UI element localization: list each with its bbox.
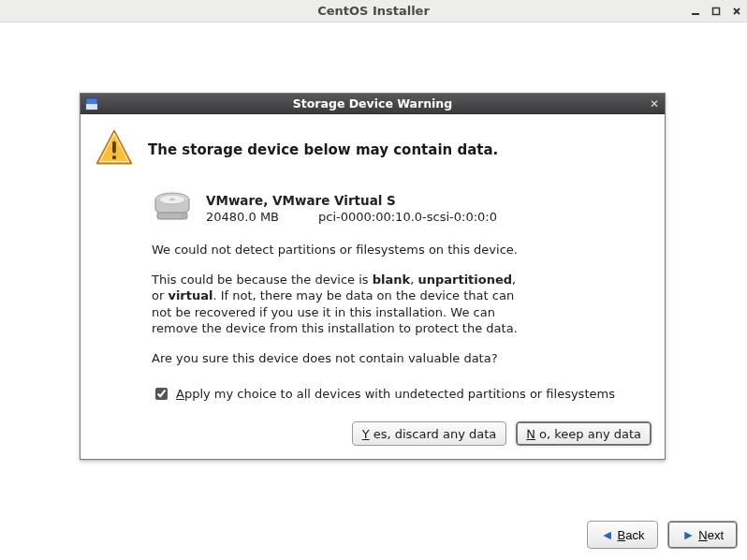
- svg-rect-4: [112, 141, 116, 154]
- next-mnemonic: N: [698, 528, 707, 542]
- warning-heading: The storage device below may contain dat…: [148, 141, 498, 158]
- minimize-button[interactable]: [689, 5, 702, 18]
- apply-all-checkbox[interactable]: [155, 388, 168, 400]
- svg-rect-3: [86, 104, 97, 110]
- para-explain: This could be because the device is blan…: [152, 272, 526, 337]
- window-titlebar: CentOS Installer: [0, 0, 747, 22]
- para-explain-pre: This could be because the device is: [152, 273, 373, 287]
- maximize-button[interactable]: [710, 5, 723, 18]
- back-label: ack: [625, 528, 644, 542]
- discard-mnemonic: Y: [362, 427, 370, 441]
- svg-rect-1: [713, 8, 720, 15]
- window-controls: [689, 0, 743, 22]
- keep-data-button[interactable]: No, keep any data: [516, 421, 652, 446]
- device-subline: 20480.0 MBpci-0000:00:10.0-scsi-0:0:0:0: [206, 209, 497, 226]
- next-label: ext: [708, 528, 724, 542]
- apply-all-label[interactable]: Apply my choice to all devices with unde…: [176, 387, 615, 401]
- window-title: CentOS Installer: [0, 4, 747, 18]
- dialog-titlebar[interactable]: Storage Device Warning ✕: [81, 94, 665, 114]
- arrow-right-icon: ►: [681, 527, 695, 542]
- dialog-app-icon: [85, 97, 98, 111]
- device-size: 20480.0 MB: [206, 210, 279, 224]
- svg-point-5: [112, 155, 116, 159]
- warning-icon: [94, 127, 135, 171]
- keep-mnemonic: N: [526, 427, 535, 441]
- term-unpartitioned: unpartitioned: [417, 273, 512, 287]
- close-button[interactable]: [730, 5, 743, 18]
- apply-all-mnemonic: A: [176, 387, 184, 401]
- warning-row: The storage device below may contain dat…: [94, 127, 652, 171]
- dialog-button-row: Yes, discard any data No, keep any data: [152, 421, 652, 446]
- discard-data-button[interactable]: Yes, discard any data: [352, 421, 507, 446]
- harddisk-icon: [152, 190, 193, 227]
- device-info: VMware, VMware Virtual S 20480.0 MBpci-0…: [206, 192, 497, 226]
- dialog-content: VMware, VMware Virtual S 20480.0 MBpci-0…: [152, 190, 652, 446]
- svg-point-10: [183, 214, 184, 216]
- para-nodetect: We could not detect partitions or filesy…: [152, 242, 526, 258]
- device-path: pci-0000:00:10.0-scsi-0:0:0:0: [318, 210, 497, 224]
- term-blank: blank: [373, 273, 410, 287]
- storage-warning-dialog: Storage Device Warning ✕ The storage dev…: [80, 93, 666, 460]
- apply-all-label-text: pply my choice to all devices with undet…: [184, 387, 615, 401]
- keep-label: o, keep any data: [539, 427, 641, 441]
- term-virtual: virtual: [168, 288, 212, 302]
- dialog-close-button[interactable]: ✕: [648, 97, 661, 111]
- apply-all-row: Apply my choice to all devices with unde…: [152, 385, 652, 403]
- back-button[interactable]: ◄ Back: [587, 521, 659, 549]
- svg-rect-0: [692, 13, 699, 15]
- svg-point-8: [169, 199, 175, 200]
- back-mnemonic: B: [618, 528, 626, 542]
- wizard-nav: ◄ Back ► Next: [587, 521, 738, 549]
- device-name: VMware, VMware Virtual S: [206, 192, 497, 209]
- device-row: VMware, VMware Virtual S 20480.0 MBpci-0…: [152, 190, 652, 227]
- para-confirm: Are you sure this device does not contai…: [152, 350, 526, 367]
- dialog-body: The storage device below may contain dat…: [81, 114, 665, 459]
- arrow-left-icon: ◄: [601, 527, 614, 542]
- next-button[interactable]: ► Next: [667, 521, 738, 549]
- dialog-title: Storage Device Warning: [81, 96, 665, 111]
- discard-label: es, discard any data: [374, 427, 497, 441]
